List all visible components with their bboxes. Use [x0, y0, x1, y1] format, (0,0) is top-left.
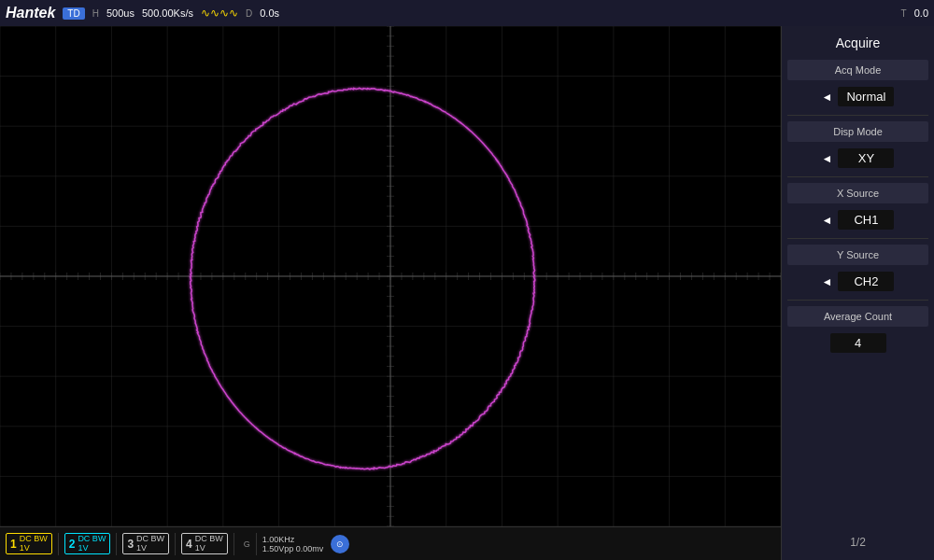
divider-1: [787, 115, 928, 116]
wave-icon: ∿∿∿∿: [201, 7, 238, 20]
bottom-bar: 1 DC BW 1V 2 DC BW 1V 3 DC BW 1V: [0, 526, 781, 560]
grid-container: [0, 26, 781, 526]
avg-count-row[interactable]: 4: [787, 329, 928, 357]
ch3-info: DC BW 1V: [136, 535, 164, 553]
divider-2: [787, 176, 928, 177]
top-bar: Hantek TD H 500us 500.00Ks/s ∿∿∿∿ D 0.0s…: [0, 0, 934, 26]
time-div: 500us: [106, 7, 134, 19]
ch1-badge[interactable]: 1 DC BW 1V: [6, 533, 52, 555]
ch4-badge[interactable]: 4 DC BW 1V: [181, 533, 228, 555]
ch4-info: DC BW 1V: [195, 535, 223, 553]
divider-3: [787, 238, 928, 239]
right-panel: Acquire Acq Mode ◄ Normal Disp Mode ◄ XY…: [781, 26, 934, 560]
y-source-label: Y Source: [787, 245, 928, 265]
ch2-info: DC BW 1V: [78, 535, 106, 553]
scope-area: 1 DC BW 1V 2 DC BW 1V 3 DC BW 1V: [0, 26, 781, 560]
ch4-number: 4: [186, 538, 192, 551]
divider-4: [787, 300, 928, 301]
g-label: G: [244, 539, 250, 549]
ch3-line2: 1V: [136, 544, 164, 553]
disp-mode-label: Disp Mode: [787, 121, 928, 142]
delay-value: 0.0s: [260, 7, 279, 19]
delay-label: D: [246, 8, 252, 19]
y-source-row[interactable]: ◄ CH2: [787, 268, 928, 295]
oscilloscope-canvas: [0, 26, 781, 526]
ch1-info: DC BW 1V: [20, 535, 48, 553]
x-source-prev-arrow[interactable]: ◄: [822, 214, 833, 227]
avg-count-value: 4: [830, 333, 886, 353]
brand-logo: Hantek: [6, 5, 55, 21]
ch3-badge[interactable]: 3 DC BW 1V: [122, 533, 169, 555]
ch3-number: 3: [127, 538, 134, 551]
disp-mode-prev-arrow[interactable]: ◄: [822, 152, 833, 165]
disp-mode-value: XY: [838, 148, 894, 168]
freq-value: 1.00KHz: [262, 535, 324, 544]
h-label: H: [92, 8, 99, 19]
ch2-line2: 1V: [78, 544, 106, 553]
trigger-icon: ⊙: [331, 535, 349, 553]
x-source-label: X Source: [787, 183, 928, 203]
stats-value: 1.50Vpp 0.00mv: [262, 544, 324, 553]
stats-area: 1.00KHz 1.50Vpp 0.00mv: [262, 535, 324, 553]
x-source-row[interactable]: ◄ CH1: [787, 206, 928, 233]
acq-mode-prev-arrow[interactable]: ◄: [822, 91, 833, 104]
trigger-label: T: [901, 8, 907, 19]
y-source-value: CH2: [838, 272, 894, 291]
ch1-line2: 1V: [20, 544, 48, 553]
sample-rate: 500.00Ks/s: [142, 7, 193, 19]
trigger-value: 0.0: [914, 7, 928, 19]
disp-mode-row[interactable]: ◄ XY: [787, 145, 928, 172]
page-indicator: 1/2: [782, 528, 934, 556]
ch4-line2: 1V: [195, 544, 223, 553]
acq-mode-value: Normal: [838, 87, 894, 106]
ch2-number: 2: [69, 538, 76, 551]
y-source-prev-arrow[interactable]: ◄: [822, 275, 833, 288]
main-area: 1 DC BW 1V 2 DC BW 1V 3 DC BW 1V: [0, 26, 934, 560]
acq-mode-label: Acq Mode: [787, 60, 928, 80]
ch2-badge[interactable]: 2 DC BW 1V: [64, 533, 111, 555]
mode-badge: TD: [63, 7, 84, 20]
ch1-number: 1: [10, 538, 17, 551]
acq-mode-row[interactable]: ◄ Normal: [787, 83, 928, 110]
avg-count-label: Average Count: [787, 306, 928, 327]
x-source-value: CH1: [838, 210, 894, 230]
panel-title: Acquire: [782, 30, 934, 58]
